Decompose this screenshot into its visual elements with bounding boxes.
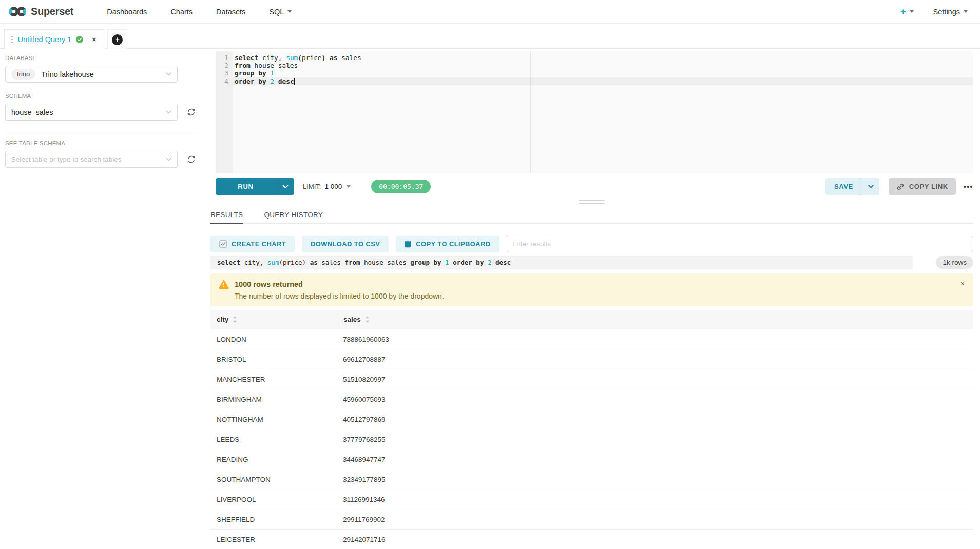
schema-label: SCHEMA — [5, 93, 196, 99]
code-line[interactable]: order by 2 desc — [233, 77, 973, 85]
table-cell: MANCHESTER — [210, 369, 337, 389]
query-tab-untitled-query-1[interactable]: Untitled Query 1 × — [4, 29, 105, 49]
save-options-button[interactable] — [862, 178, 879, 195]
database-select[interactable]: trino Trino lakehouse — [5, 66, 178, 83]
alert-title: 1000 rows returned — [235, 280, 303, 288]
run-button[interactable]: RUN — [216, 178, 276, 195]
database-select-value: Trino lakehouse — [41, 70, 94, 79]
table-row: LEEDS37779768255 — [210, 429, 973, 449]
code-line[interactable]: group by 1 — [233, 69, 973, 77]
table-cell: BIRMINGHAM — [210, 389, 337, 409]
query-tab-title[interactable]: Untitled Query 1 — [18, 35, 72, 44]
nav-item-datasets[interactable]: Datasets — [216, 8, 245, 16]
editor-line[interactable]: 3group by 1 — [216, 69, 973, 77]
copy-link-button[interactable]: COPY LINK — [889, 178, 956, 195]
table-cell: 29911769902 — [337, 509, 973, 529]
results-tab-bar: RESULTS QUERY HISTORY — [210, 207, 973, 224]
database-label: DATABASE — [5, 55, 196, 61]
copy-link-label: COPY LINK — [909, 183, 948, 190]
save-split-button[interactable]: SAVE — [825, 178, 879, 195]
nav-item-charts[interactable]: Charts — [170, 8, 193, 16]
new-item-button[interactable]: + — [900, 7, 914, 16]
table-cell: NOTTINGHAM — [210, 409, 337, 429]
nav-item-sql[interactable]: SQL — [269, 8, 292, 16]
table-cell: 69612708887 — [337, 349, 973, 369]
table-cell: READING — [210, 449, 337, 469]
link-icon — [896, 183, 905, 191]
executed-query-row: select city, sum(price) as sales from ho… — [210, 256, 973, 269]
results-table-body: LONDON788861960063BRISTOL69612708887MANC… — [210, 329, 973, 549]
sql-editor[interactable]: 1select city, sum(price) as sales2from h… — [216, 51, 973, 173]
line-number: 1 — [216, 54, 233, 62]
pane-divider — [210, 198, 973, 198]
results-table: city sales LONDON788861960063BRISTOL6961… — [210, 310, 973, 549]
superset-infinity-icon — [9, 6, 26, 17]
column-header-city[interactable]: city — [210, 310, 337, 329]
caret-down-icon — [347, 185, 351, 188]
table-cell: 37779768255 — [337, 429, 973, 449]
table-row: READING34468947747 — [210, 449, 973, 469]
sort-icon[interactable] — [233, 316, 237, 323]
save-button[interactable]: SAVE — [825, 178, 862, 195]
download-csv-button[interactable]: DOWNLOAD TO CSV — [302, 236, 389, 252]
table-row: NOTTINGHAM40512797869 — [210, 409, 973, 429]
line-number: 3 — [216, 69, 233, 77]
code-line[interactable]: select city, sum(price) as sales — [233, 54, 973, 62]
pane-resize-handle[interactable] — [579, 200, 605, 205]
table-row: LEICESTER29142071716 — [210, 530, 973, 549]
results-action-bar: CREATE CHART DOWNLOAD TO CSV COPY TO CLI… — [210, 236, 973, 252]
new-query-tab-button[interactable]: + — [107, 29, 127, 49]
sort-icon[interactable] — [365, 316, 370, 323]
sqllab-left-panel: DATABASE trino Trino lakehouse SCHEMA ho… — [5, 55, 196, 168]
table-cell: 32349177895 — [337, 469, 973, 489]
editor-line[interactable]: 1select city, sum(price) as sales — [216, 54, 973, 62]
close-alert-icon[interactable]: × — [960, 280, 965, 288]
close-tab-icon[interactable]: × — [92, 35, 96, 44]
nav-item-dashboards[interactable]: Dashboards — [107, 8, 147, 16]
chevron-down-icon — [166, 158, 171, 161]
table-cell: LIVERPOOL — [210, 489, 337, 509]
copy-to-clipboard-button[interactable]: COPY TO CLIPBOARD — [396, 236, 499, 252]
column-header-sales[interactable]: sales — [337, 310, 973, 329]
tab-query-history[interactable]: QUERY HISTORY — [264, 207, 323, 224]
superset-logo[interactable]: Superset — [9, 6, 73, 17]
table-cell: SHEFFIELD — [210, 509, 337, 529]
chevron-down-icon — [910, 10, 914, 13]
editor-lines: 1select city, sum(price) as sales2from h… — [216, 54, 973, 85]
filter-results-input[interactable] — [507, 236, 973, 252]
tabstrip-divider — [0, 48, 980, 49]
tab-results[interactable]: RESULTS — [210, 207, 243, 224]
results-table-header: city sales — [210, 310, 973, 329]
code-line[interactable]: from house_sales — [233, 62, 973, 69]
schema-select[interactable]: house_sales — [5, 104, 178, 121]
table-row: BIRMINGHAM45960075093 — [210, 389, 973, 409]
see-table-schema-label: SEE TABLE SCHEMA — [5, 140, 196, 146]
refresh-schemas-icon[interactable] — [187, 108, 196, 116]
table-cell: SOUTHAMPTON — [210, 469, 337, 489]
plus-circle-icon: + — [112, 34, 123, 45]
table-cell: 29142071716 — [337, 530, 973, 549]
success-check-icon — [76, 36, 83, 43]
editor-line[interactable]: 4order by 2 desc — [216, 77, 973, 85]
chevron-down-icon — [166, 72, 171, 76]
table-select[interactable]: Select table or type to search tables — [5, 151, 178, 168]
table-cell: 31126991346 — [337, 489, 973, 509]
row-count-badge: 1k rows — [936, 256, 973, 269]
refresh-tables-icon[interactable] — [187, 155, 196, 164]
more-actions-button[interactable]: ••• — [964, 183, 973, 191]
drag-handle-icon[interactable] — [11, 36, 13, 43]
rows-limit-alert: 1000 rows returned The number of rows di… — [210, 273, 973, 306]
limit-dropdown[interactable]: LIMIT: 1 000 — [303, 183, 351, 190]
settings-menu[interactable]: Settings — [933, 8, 968, 16]
warning-icon — [219, 280, 229, 289]
table-row: LIVERPOOL31126991346 — [210, 489, 973, 509]
table-cell: 45960075093 — [337, 389, 973, 409]
query-tab-strip: Untitled Query 1 × + — [0, 24, 980, 49]
top-navbar: Superset Dashboards Charts Datasets SQL … — [0, 0, 980, 24]
create-chart-button[interactable]: CREATE CHART — [210, 236, 295, 252]
run-options-button[interactable] — [276, 178, 294, 195]
run-query-split-button[interactable]: RUN — [216, 178, 294, 195]
table-cell: 40512797869 — [337, 409, 973, 429]
editor-line[interactable]: 2from house_sales — [216, 62, 973, 69]
chevron-down-icon — [287, 10, 292, 13]
